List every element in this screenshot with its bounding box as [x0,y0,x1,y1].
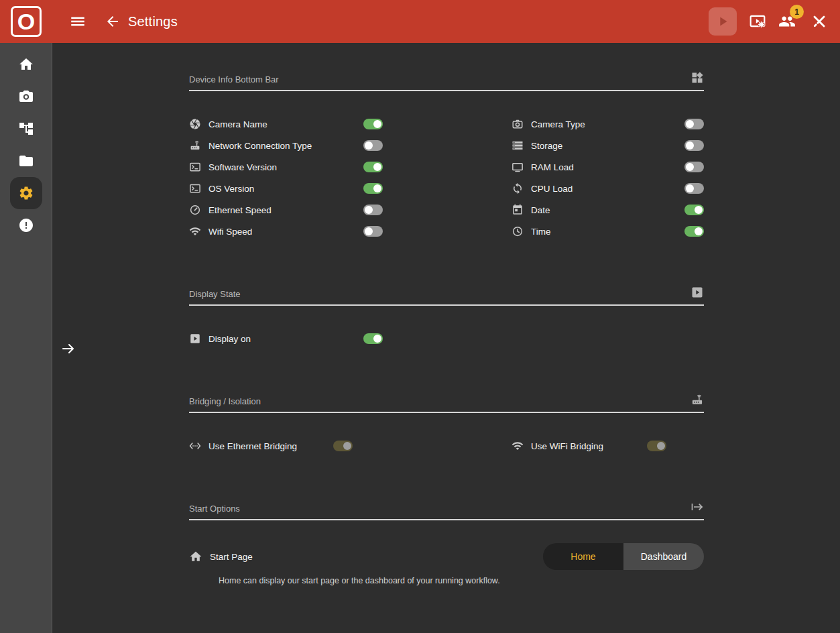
expand-panel-arrow-icon[interactable] [60,341,76,357]
toggle-camera-type[interactable] [684,119,704,129]
sidebar-item-files[interactable] [10,145,42,177]
start-page-option-home[interactable]: Home [543,543,623,570]
display-settings-icon[interactable] [749,13,766,30]
section-title: Start Options [189,504,240,514]
wifi-icon [189,225,201,237]
section-title: Display State [189,289,241,299]
sidebar-item-notifications[interactable] [10,209,42,241]
setting-row-date: Date [446,199,704,221]
camera-icon [18,89,34,105]
wifi-icon [512,440,524,452]
back-arrow-icon[interactable] [105,13,121,30]
setting-label: Ethernet Speed [208,205,272,215]
setting-label: Time [531,227,551,237]
setting-row-ram-load: RAM Load [446,156,704,178]
setting-label: Use Ethernet Bridging [208,441,297,451]
logo-icon: O [11,6,42,37]
toggle-software-version[interactable] [363,162,383,172]
home-icon [189,550,202,563]
setting-row-camera-type: Camera Type [446,113,704,135]
topbar: O Settings [0,0,840,43]
setting-row-software-version: Software Version [189,156,446,178]
toggle-storage[interactable] [684,140,704,151]
play-button[interactable] [709,7,737,36]
start-page-option-dashboard[interactable]: Dashboard [623,543,704,570]
slideshow-icon [189,333,201,345]
section-title: Bridging / Isolation [189,396,261,406]
bridging-rows: Use Ethernet Bridging Use WiFi Bridging [189,435,704,457]
edit-tools-icon[interactable] [811,13,828,30]
loop-icon [512,182,524,194]
setting-row-ethernet-bridging: Use Ethernet Bridging [189,435,446,457]
setting-row-time: Time [446,221,704,242]
setting-label: Network Connection Type [208,141,312,151]
sidebar-item-settings[interactable] [10,177,42,209]
router-icon [691,393,704,406]
setting-label: Software Version [208,162,277,172]
setting-label: RAM Load [531,162,574,172]
toggle-cpu-load[interactable] [684,183,704,194]
notification-badge: 1 [790,5,804,19]
sidebar [0,43,52,633]
toggle-ethernet-bridging[interactable] [333,441,353,451]
setting-label: Camera Name [208,119,267,129]
toggle-wifi-bridging[interactable] [647,441,666,451]
sidebar-item-camera[interactable] [10,80,42,113]
setting-row-start-page: Start Page Home Dashboard [189,543,704,570]
storage-icon [512,139,524,152]
toggle-ram-load[interactable] [684,162,704,172]
setting-row-wifi-speed: Wifi Speed [189,221,446,242]
settings-content: Device Info Bottom Bar Camera Name Camer… [53,43,840,633]
device-info-rows: Camera Name Camera Type Network Connecti… [189,113,704,242]
settings-icon [18,185,34,201]
toggle-date[interactable] [684,205,704,215]
start-page-segmented-control: Home Dashboard [543,543,704,570]
toggle-camera-name[interactable] [363,119,383,129]
users-button[interactable]: 1 [778,13,796,30]
shutter-icon [189,118,201,130]
setting-row-cpu-load: CPU Load [446,178,704,199]
slideshow-icon [691,286,704,299]
setting-row-network-connection-type: Network Connection Type [189,135,446,156]
terminal-icon [189,182,201,194]
sidebar-item-home[interactable] [10,48,42,80]
menu-icon[interactable] [69,13,86,30]
setting-label: Date [531,205,550,215]
section-title: Device Info Bottom Bar [189,74,279,84]
setting-row-display-on: Display on [189,328,704,349]
setting-label: Start Page [210,552,253,562]
clock-icon [512,225,524,237]
toggle-os-version[interactable] [363,183,383,194]
speedometer-icon [189,204,201,216]
section-display-state-header: Display State [189,286,704,306]
setting-label: Camera Type [531,119,585,129]
section-device-info-header: Device Info Bottom Bar [189,71,704,91]
home-icon [18,56,34,72]
setting-row-storage: Storage [446,135,704,156]
toggle-ethernet-speed[interactable] [363,205,383,215]
setting-row-ethernet-speed: Ethernet Speed [189,199,446,221]
toggle-network-connection-type[interactable] [363,140,383,151]
setting-label: OS Version [208,184,254,194]
calendar-icon [512,204,524,216]
setting-label: Wifi Speed [208,227,252,237]
page-title: Settings [128,14,178,30]
setting-row-os-version: OS Version [189,178,446,199]
setting-label: Use WiFi Bridging [531,441,603,451]
error-icon [18,217,34,233]
setting-row-camera-name: Camera Name [189,113,446,135]
section-bridging-header: Bridging / Isolation [189,393,704,413]
ethernet-icon [189,440,201,452]
widgets-icon [691,71,704,84]
setting-label: CPU Load [531,184,573,194]
toggle-time[interactable] [684,226,704,237]
photo-camera-icon [512,118,524,130]
sidebar-item-workflow[interactable] [10,113,42,145]
start-page-help-text: Home can display our start page or the d… [219,576,704,585]
setting-row-wifi-bridging: Use WiFi Bridging [446,435,704,457]
setting-label: Storage [531,141,562,151]
toggle-wifi-speed[interactable] [363,226,383,237]
terminal-icon [189,161,201,173]
toggle-display-on[interactable] [363,333,383,344]
workflow-icon [18,121,34,137]
